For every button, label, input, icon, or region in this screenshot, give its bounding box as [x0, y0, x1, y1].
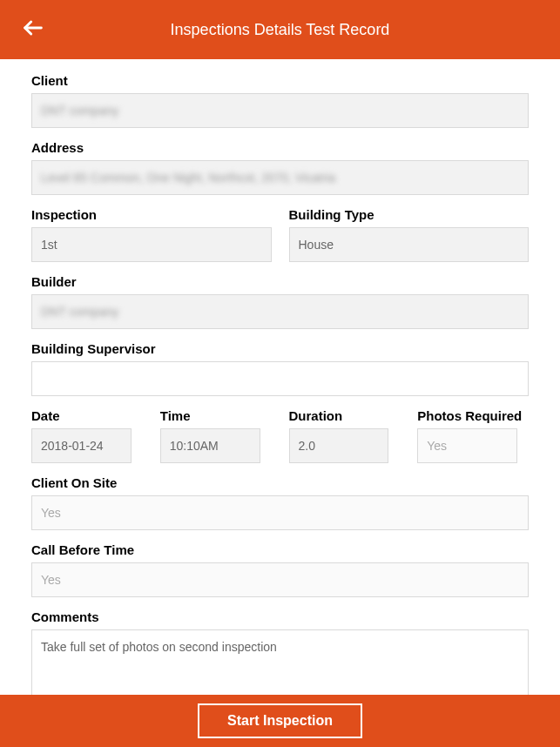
- client-on-site-input[interactable]: [31, 495, 529, 530]
- client-label: Client: [31, 73, 529, 88]
- comments-textarea[interactable]: [31, 629, 529, 695]
- photos-required-label: Photos Required: [417, 408, 529, 423]
- field-date: Date: [31, 408, 143, 463]
- builder-label: Builder: [31, 274, 529, 289]
- field-time: Time: [160, 408, 272, 463]
- building-supervisor-label: Building Supervisor: [31, 341, 529, 356]
- time-input[interactable]: [160, 428, 260, 463]
- field-comments: Comments: [31, 609, 529, 695]
- call-before-time-label: Call Before Time: [31, 542, 529, 557]
- app-header: Inspections Details Test Record: [0, 0, 560, 59]
- start-inspection-button[interactable]: Start Inspection: [198, 703, 362, 738]
- field-building-supervisor: Building Supervisor: [31, 341, 529, 396]
- field-client: Client DNT company: [31, 73, 529, 128]
- date-input[interactable]: [31, 428, 132, 463]
- field-building-type: Building Type: [289, 207, 530, 262]
- photos-required-input[interactable]: [417, 428, 517, 463]
- field-builder: Builder DNT company: [31, 274, 529, 329]
- client-input[interactable]: DNT company: [31, 93, 529, 128]
- building-type-input[interactable]: [289, 227, 530, 262]
- field-duration: Duration: [289, 408, 401, 463]
- duration-input[interactable]: [289, 428, 389, 463]
- field-call-before-time: Call Before Time: [31, 542, 529, 597]
- client-on-site-label: Client On Site: [31, 475, 529, 490]
- back-icon[interactable]: [21, 16, 45, 44]
- duration-label: Duration: [289, 408, 401, 423]
- field-photos-required: Photos Required: [417, 408, 529, 463]
- field-address: Address Level 85 Common, One Night, Nort…: [31, 140, 529, 195]
- comments-label: Comments: [31, 609, 529, 624]
- form-content: Client DNT company Address Level 85 Comm…: [0, 59, 560, 695]
- time-label: Time: [160, 408, 272, 423]
- call-before-time-input[interactable]: [31, 562, 529, 597]
- inspection-input[interactable]: [31, 227, 272, 262]
- building-type-label: Building Type: [289, 207, 530, 222]
- date-label: Date: [31, 408, 143, 423]
- address-input[interactable]: Level 85 Common, One Night, Northcot, 20…: [31, 160, 529, 195]
- inspection-label: Inspection: [31, 207, 272, 222]
- field-client-on-site: Client On Site: [31, 475, 529, 530]
- field-inspection: Inspection: [31, 207, 272, 262]
- app-footer: Start Inspection: [0, 695, 560, 747]
- page-title: Inspections Details Test Record: [17, 21, 543, 39]
- builder-input[interactable]: DNT company: [31, 294, 529, 329]
- building-supervisor-input[interactable]: [31, 361, 529, 396]
- address-label: Address: [31, 140, 529, 155]
